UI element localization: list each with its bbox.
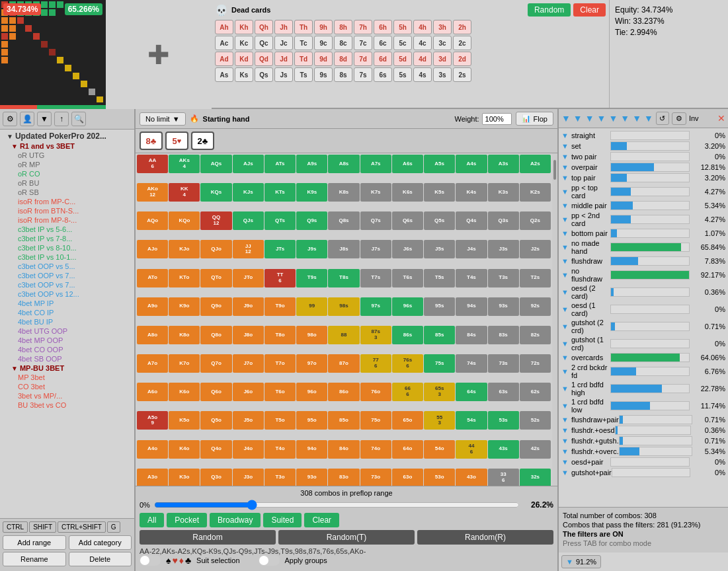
matrix-cell-J7s[interactable]: J7s xyxy=(360,240,391,258)
matrix-cell-84s[interactable]: 84s xyxy=(456,326,487,344)
card-6c[interactable]: 6c xyxy=(374,36,392,50)
matrix-cell-96o[interactable]: 96o xyxy=(296,383,327,401)
filter-tri-11[interactable]: ▼ xyxy=(561,271,569,279)
card-6s[interactable]: 6s xyxy=(374,67,392,82)
sidebar-item-r1-group[interactable]: ▼R1 and vs 3BET xyxy=(1,141,133,151)
card-8d[interactable]: 8d xyxy=(334,52,352,66)
filter-triangle-5[interactable]: ▼ xyxy=(608,113,618,124)
matrix-cell-Q2s[interactable]: Q2s xyxy=(520,211,551,230)
sidebar-item-c3bet-ip-5[interactable]: c3bet IP vs 5-6... xyxy=(1,225,133,234)
matrix-cell-Q8o[interactable]: Q8o xyxy=(200,326,231,344)
matrix-cell-TT[interactable]: TT6 xyxy=(264,269,296,287)
matrix-cell-86s[interactable]: 86s xyxy=(392,326,423,344)
matrix-cell-T4o[interactable]: T4o xyxy=(264,440,296,459)
matrix-cell-T6s[interactable]: T6s xyxy=(392,269,423,287)
card-Td[interactable]: Td xyxy=(294,52,313,66)
matrix-cell-T7s[interactable]: T7s xyxy=(360,269,391,287)
matrix-cell-94o[interactable]: 94o xyxy=(296,440,327,459)
matrix-cell-T5o[interactable]: T5o xyxy=(264,411,296,430)
sidebar-item-or-mp[interactable]: oR MP xyxy=(1,160,133,169)
matrix-cell-J5o[interactable]: J5o xyxy=(233,411,264,430)
flop-card-3[interactable]: 2♣ xyxy=(191,132,214,150)
matrix-cell-64o[interactable]: 64o xyxy=(392,440,423,459)
filter-triangle-8[interactable]: ▼ xyxy=(644,113,653,124)
card-5s[interactable]: 5s xyxy=(393,67,412,82)
filter-row-oesd1card[interactable]: ▼ oesd (1 card) 0% xyxy=(561,301,725,317)
sidebar-item-4bet-bu-ip[interactable]: 4bet BU IP xyxy=(1,317,133,326)
card-Js[interactable]: Js xyxy=(274,67,293,82)
filter-tri-18[interactable]: ▼ xyxy=(561,385,569,393)
card-3c[interactable]: 3c xyxy=(433,36,452,50)
matrix-cell-KK[interactable]: KK4 xyxy=(169,183,200,202)
matrix-cell-66[interactable]: 666 xyxy=(392,383,423,401)
filter-triangle-4[interactable]: ▼ xyxy=(597,113,606,124)
matrix-cell-K5s[interactable]: K5s xyxy=(424,183,455,202)
card-Ac[interactable]: Ac xyxy=(215,36,233,50)
filter-triangle-6[interactable]: ▼ xyxy=(620,113,629,124)
matrix-cell-K9s[interactable]: K9s xyxy=(296,183,327,202)
sidebar-item-c3bet-oop-7a[interactable]: c3bet OOP vs 7... xyxy=(1,271,133,280)
matrix-cell-T8s[interactable]: T8s xyxy=(328,269,359,287)
filter-row-twopair[interactable]: ▼ two pair 0% xyxy=(561,152,725,161)
filter-tri-15[interactable]: ▼ xyxy=(561,340,569,348)
filter-row-flushdrgutsh[interactable]: ▼ flushdr.+gutsh. 0.71% xyxy=(561,436,725,445)
suit-selection-toggle[interactable] xyxy=(140,555,161,566)
matrix-cell-J7o[interactable]: J7o xyxy=(233,354,264,373)
matrix-cell-54s[interactable]: 54s xyxy=(456,411,487,430)
filter-tri-12[interactable]: ▼ xyxy=(561,288,569,296)
matrix-cell-A3s[interactable]: A3s xyxy=(488,155,519,173)
matrix-cell-73o[interactable]: 73o xyxy=(360,469,391,486)
matrix-cell-AQs[interactable]: AQs xyxy=(200,155,231,173)
sidebar-item-c3bet-oop-7b[interactable]: c3bet OOP vs 7... xyxy=(1,280,133,289)
card-7h[interactable]: 7h xyxy=(354,20,372,34)
card-Ad[interactable]: Ad xyxy=(215,52,233,66)
matrix-cell-J2s[interactable]: J2s xyxy=(520,240,551,258)
broadway-button[interactable]: Broadway xyxy=(210,513,261,527)
matrix-cell-T6o[interactable]: T6o xyxy=(264,383,296,401)
matrix-cell-96s[interactable]: 96s xyxy=(392,297,423,316)
filter-row-pptopcard[interactable]: ▼ pp < top card 4.27% xyxy=(561,184,725,200)
matrix-cell-J3s[interactable]: J3s xyxy=(488,240,519,258)
card-4d[interactable]: 4d xyxy=(413,52,432,66)
card-Kh[interactable]: Kh xyxy=(235,20,253,34)
sidebar-item-mpbu-group[interactable]: ▼MP-BU 3BET xyxy=(1,363,133,373)
matrix-cell-T9s[interactable]: T9s xyxy=(296,269,327,287)
matrix-cell-KQs[interactable]: KQs xyxy=(200,183,231,202)
card-2s[interactable]: 2s xyxy=(453,67,471,82)
matrix-cell-KJo[interactable]: KJo xyxy=(169,240,200,258)
filter-tri-3[interactable]: ▼ xyxy=(561,163,569,171)
matrix-cell-K4s[interactable]: K4s xyxy=(456,183,487,202)
matrix-cell-53s[interactable]: 53s xyxy=(488,411,519,430)
pocket-button[interactable]: Pocket xyxy=(167,513,207,527)
filter-tri-22[interactable]: ▼ xyxy=(561,437,569,445)
matrix-cell-AKs[interactable]: AKs4 xyxy=(169,155,200,173)
matrix-cell-53o[interactable]: 53o xyxy=(424,469,455,486)
matrix-cell-77[interactable]: 776 xyxy=(360,354,391,373)
matrix-cell-T4s[interactable]: T4s xyxy=(456,269,487,287)
card-6h[interactable]: 6h xyxy=(374,20,392,34)
matrix-cell-JTo[interactable]: JTo xyxy=(233,269,264,287)
filter-button[interactable]: ▼ xyxy=(37,112,52,126)
matrix-cell-62s[interactable]: 62s xyxy=(520,383,551,401)
add-category-button[interactable]: Add category xyxy=(69,535,132,550)
card-9d[interactable]: 9d xyxy=(314,52,333,66)
matrix-cell-K5o[interactable]: K5o xyxy=(169,411,200,430)
sidebar-item-3bet-vs-mp[interactable]: 3bet vs MP/... xyxy=(1,391,133,400)
card-9h[interactable]: 9h xyxy=(314,20,333,34)
filter-triangle-2[interactable]: ▼ xyxy=(573,113,583,124)
matrix-cell-85s[interactable]: 85s xyxy=(424,326,455,344)
matrix-cell-QJo[interactable]: QJo xyxy=(200,240,231,258)
filter-tri-14[interactable]: ▼ xyxy=(561,323,569,330)
filter-triangle-7[interactable]: ▼ xyxy=(632,113,641,124)
matrix-cell-63s[interactable]: 63s xyxy=(488,383,519,401)
card-2h[interactable]: 2h xyxy=(453,20,471,34)
matrix-cell-86o[interactable]: 86o xyxy=(328,383,359,401)
matrix-cell-Q5o[interactable]: Q5o xyxy=(200,411,231,430)
matrix-cell-98s[interactable]: 98s xyxy=(328,297,359,316)
sidebar-item-4bet-co-oop[interactable]: 4bet CO OOP xyxy=(1,345,133,354)
matrix-cell-A4s[interactable]: A4s xyxy=(456,155,487,173)
rename-button[interactable]: Rename xyxy=(3,552,66,566)
matrix-cell-QTo[interactable]: QTo xyxy=(200,269,231,287)
card-5h[interactable]: 5h xyxy=(393,20,412,34)
filter-tri-1[interactable]: ▼ xyxy=(561,142,569,150)
